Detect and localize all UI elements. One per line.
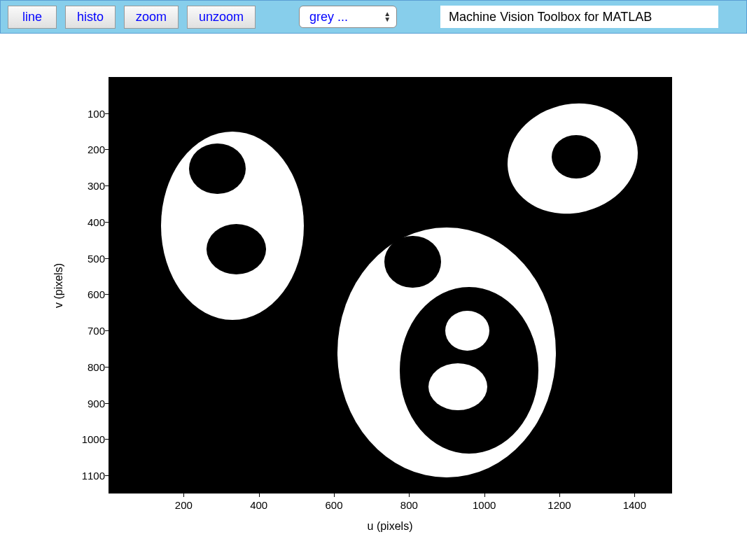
y-tick-mark bbox=[105, 113, 109, 114]
y-tick-label: 1000 bbox=[82, 433, 105, 445]
x-tick-mark bbox=[484, 493, 485, 497]
y-tick-mark bbox=[105, 258, 109, 259]
x-tick-mark bbox=[409, 493, 410, 497]
blob-center-hole-top bbox=[384, 236, 441, 288]
x-tick-label: 400 bbox=[250, 499, 267, 511]
y-tick-label: 100 bbox=[88, 107, 105, 119]
blob-big-left-hole2 bbox=[207, 224, 267, 274]
x-axis-label: u (pixels) bbox=[368, 520, 413, 533]
colormap-select[interactable]: grey ... ▲ ▼ bbox=[299, 6, 397, 28]
histo-button[interactable]: histo bbox=[65, 6, 116, 29]
title-field[interactable]: Machine Vision Toolbox for MATLAB bbox=[440, 6, 718, 28]
y-tick-mark bbox=[105, 149, 109, 150]
image-axes[interactable] bbox=[109, 77, 672, 493]
y-tick-mark bbox=[105, 475, 109, 476]
y-tick-label: 1100 bbox=[82, 470, 105, 482]
x-tick-mark bbox=[334, 493, 335, 497]
x-tick-label: 800 bbox=[400, 499, 418, 511]
x-tick-mark bbox=[559, 493, 560, 497]
y-tick-label: 700 bbox=[88, 325, 105, 337]
y-tick-mark bbox=[105, 186, 109, 186]
y-tick-label: 600 bbox=[88, 288, 105, 300]
y-tick-mark bbox=[105, 294, 109, 295]
y-tick-label: 300 bbox=[88, 180, 105, 192]
y-tick-label: 900 bbox=[88, 397, 105, 409]
x-tick-label: 600 bbox=[325, 499, 342, 511]
updown-icon: ▲ ▼ bbox=[384, 11, 396, 22]
y-tick-mark bbox=[105, 367, 109, 368]
y-axis-label: v (pixels) bbox=[53, 263, 65, 308]
y-tick-label: 400 bbox=[88, 216, 105, 227]
y-tick-label: 500 bbox=[88, 252, 105, 264]
zoom-button[interactable]: zoom bbox=[124, 6, 179, 29]
toolbar: line histo zoom unzoom grey ... ▲ ▼ Mach… bbox=[0, 0, 747, 34]
y-tick-label: 200 bbox=[88, 144, 105, 155]
colormap-select-value: grey ... bbox=[309, 10, 384, 24]
x-tick-label: 1400 bbox=[623, 499, 646, 511]
x-tick-mark bbox=[259, 493, 260, 497]
line-button[interactable]: line bbox=[8, 6, 57, 29]
plot-area: v (pixels) u (pixels) 100200300400500600… bbox=[0, 34, 747, 560]
y-tick-mark bbox=[105, 439, 109, 440]
x-tick-mark bbox=[183, 493, 184, 497]
blob-center-inner-white2 bbox=[428, 363, 487, 410]
unzoom-button[interactable]: unzoom bbox=[187, 6, 256, 29]
x-tick-label: 1200 bbox=[547, 499, 571, 511]
x-tick-label: 200 bbox=[175, 499, 193, 511]
blob-big-left-hole1 bbox=[189, 144, 246, 194]
y-tick-mark bbox=[105, 330, 109, 331]
x-tick-label: 1000 bbox=[473, 499, 496, 511]
blob-top-right-hole bbox=[552, 135, 601, 178]
y-tick-mark bbox=[105, 222, 109, 223]
y-tick-mark bbox=[105, 403, 109, 404]
blob-center-inner-white1 bbox=[445, 311, 489, 351]
y-tick-label: 800 bbox=[88, 360, 105, 372]
x-tick-mark bbox=[634, 493, 635, 497]
